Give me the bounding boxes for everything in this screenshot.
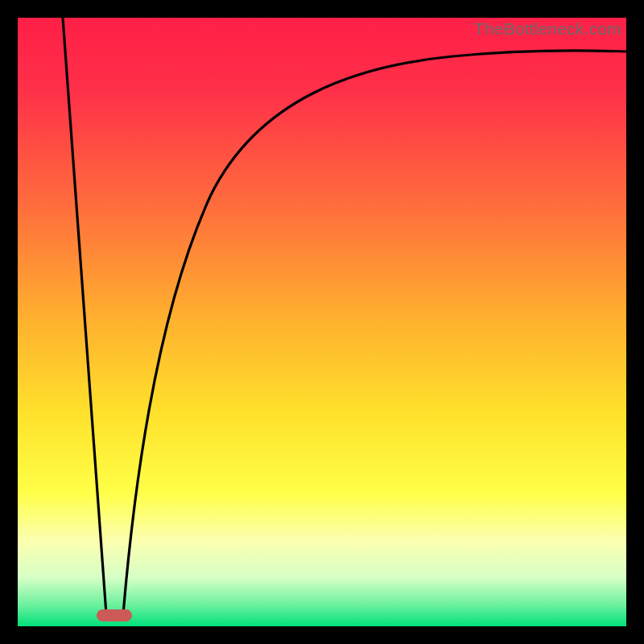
watermark-text: TheBottleneck.com	[474, 19, 621, 39]
chart-frame: TheBottleneck.com	[18, 18, 626, 626]
optimal-marker	[97, 609, 132, 621]
background-gradient	[18, 18, 626, 626]
svg-rect-0	[18, 18, 626, 626]
